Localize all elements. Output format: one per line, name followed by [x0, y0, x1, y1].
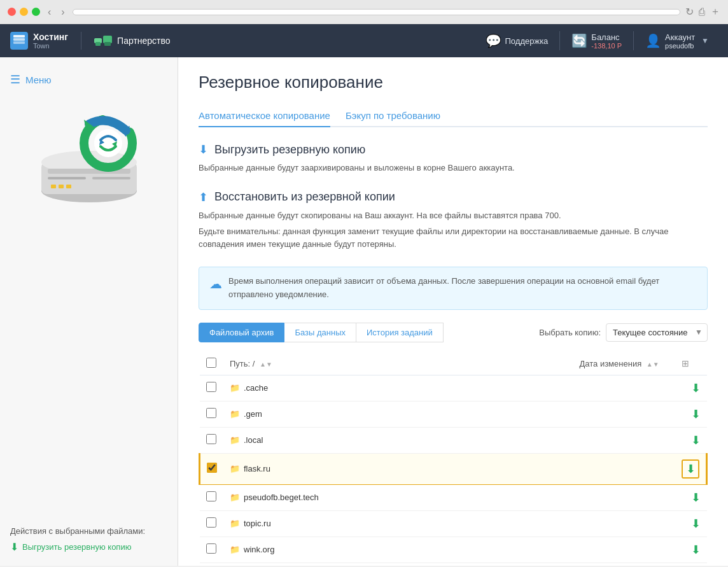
nav-separator-2 — [633, 31, 634, 50]
row-checkbox-cell — [200, 510, 224, 536]
download-btn-topic[interactable]: ⬇ — [682, 517, 701, 531]
folder-icon: 📁 — [230, 383, 240, 393]
main-layout: ☰ Меню — [0, 57, 728, 566]
new-tab-button[interactable]: ＋ — [710, 5, 720, 18]
back-button[interactable]: ‹ — [45, 6, 53, 18]
filter-tab-db[interactable]: Базы данных — [284, 323, 356, 342]
download-btn-wink[interactable]: ⬇ — [682, 543, 701, 557]
checkbox-local[interactable] — [206, 434, 216, 444]
row-download-cell: ⬇ — [675, 375, 707, 401]
upload-section-title: Выгрузить резервную копию — [214, 143, 365, 157]
forward-button[interactable]: › — [59, 6, 67, 18]
close-button[interactable] — [8, 8, 16, 16]
partner-label: Партнерство — [117, 36, 171, 46]
partner-icon — [94, 33, 112, 48]
file-name: .local — [244, 435, 263, 445]
checkbox-flask[interactable] — [207, 463, 217, 473]
restore-section-icon: ⬆ — [199, 190, 208, 204]
nav-brand[interactable]: Хостинг Town — [10, 32, 81, 50]
share-button[interactable]: ⎙ — [699, 6, 705, 18]
account-item[interactable]: 👤 Аккаунт pseudofb ▼ — [636, 29, 718, 53]
restore-section: ⬆ Восстановить из резервной копии Выбран… — [199, 190, 708, 251]
balance-value: -138,10 Р — [591, 42, 622, 50]
svg-rect-5 — [95, 42, 101, 46]
th-select-all — [200, 353, 224, 375]
maximize-button[interactable] — [32, 8, 40, 16]
brand-title: Хостинг — [33, 32, 68, 42]
row-checkbox-cell — [200, 453, 224, 484]
th-path: Путь: / ▲▼ — [223, 353, 573, 375]
tab-auto-backup[interactable]: Автоматическое копирование — [199, 105, 330, 127]
th-path-label: Путь: / — [230, 359, 255, 368]
nav-partner[interactable]: Партнерство — [81, 33, 183, 48]
row-download-cell: ⬇ — [675, 401, 707, 427]
row-name-cell: 📁.cache — [223, 375, 573, 401]
select-all-checkbox[interactable] — [206, 358, 216, 368]
table-row: 📁.gem⬇ — [200, 401, 707, 427]
filter-icon[interactable]: ⊞ — [682, 358, 689, 368]
download-btn-pseudofb[interactable]: ⬇ — [682, 491, 701, 505]
download-btn-cache[interactable]: ⬇ — [682, 381, 701, 395]
row-date-cell — [573, 510, 675, 536]
restore-section-desc1: Выбранные данные будут скопированы на Ва… — [199, 209, 708, 223]
filter-tab-files[interactable]: Файловый архив — [199, 323, 284, 342]
copy-select-wrap[interactable]: Текущее состояние ▼ — [606, 323, 708, 342]
checkbox-wink[interactable] — [206, 543, 216, 554]
browser-chrome: ‹ › ↻ ⎙ ＋ — [0, 0, 728, 24]
download-btn-gem[interactable]: ⬇ — [682, 407, 701, 421]
upload-section: ⬇ Выгрузить резервную копию Выбранные да… — [199, 143, 708, 175]
menu-button[interactable]: ☰ Меню — [10, 70, 52, 89]
file-name: .gem — [244, 409, 262, 419]
svg-rect-11 — [48, 177, 86, 179]
support-label: Поддержка — [505, 36, 549, 46]
filter-bar: Файловый архив Базы данных История задан… — [199, 323, 708, 342]
row-checkbox-cell — [200, 427, 224, 453]
balance-icon: 🔄 — [571, 33, 587, 48]
file-name: flask.ru — [244, 464, 270, 473]
top-nav: Хостинг Town Партнерство 💬 Поддержка 🔄 Б… — [0, 24, 728, 57]
address-bar[interactable] — [73, 9, 680, 15]
row-date-cell — [573, 375, 675, 401]
th-date-label: Дата изменения — [580, 359, 642, 368]
date-sort-icon[interactable]: ▲▼ — [647, 361, 659, 368]
balance-label: Баланс — [591, 32, 622, 42]
copy-select[interactable]: Текущее состояние — [606, 323, 708, 342]
reload-button[interactable]: ↻ — [685, 6, 694, 18]
path-sort-icon[interactable]: ▲▼ — [260, 361, 272, 368]
row-name-cell: 📁flask.ru — [223, 453, 573, 484]
checkbox-gem[interactable] — [206, 408, 216, 418]
file-name: topic.ru — [244, 519, 271, 528]
svg-point-19 — [94, 129, 122, 157]
svg-rect-15 — [66, 185, 71, 188]
file-table: Путь: / ▲▼ Дата изменения ▲▼ ⊞ 📁.cache⬇📁… — [199, 353, 708, 563]
table-row: 📁.cache⬇ — [200, 375, 707, 401]
support-item[interactable]: 💬 Поддержка — [477, 29, 557, 52]
tab-manual-backup[interactable]: Бэкуп по требованию — [346, 105, 440, 127]
table-row: 📁pseudofb.beget.tech⬇ — [200, 484, 707, 510]
svg-rect-0 — [13, 35, 25, 38]
folder-icon: 📁 — [230, 435, 240, 445]
checkbox-topic[interactable] — [206, 517, 216, 528]
checkbox-cache[interactable] — [206, 382, 216, 392]
checkbox-pseudofb[interactable] — [206, 491, 216, 501]
upload-section-desc: Выбранные данные будут заархивированы и … — [199, 162, 708, 175]
sidebar-download-button[interactable]: ⬇ Выгрузить резервную копию — [10, 541, 167, 553]
account-chevron-icon: ▼ — [701, 36, 709, 45]
row-download-cell: ⬇ — [675, 484, 707, 510]
th-action: ⊞ — [675, 353, 707, 375]
info-box-text: Время выполнения операций зависит от объ… — [228, 275, 697, 302]
nav-separator — [559, 31, 560, 50]
filter-tab-history[interactable]: История заданий — [356, 323, 444, 342]
row-date-cell — [573, 536, 675, 563]
download-btn-flask[interactable]: ⬇ — [682, 459, 700, 479]
balance-item[interactable]: 🔄 Баланс -138,10 Р — [563, 29, 631, 53]
row-checkbox-cell — [200, 484, 224, 510]
minimize-button[interactable] — [20, 8, 28, 16]
download-btn-local[interactable]: ⬇ — [682, 433, 701, 447]
restore-section-title: Восстановить из резервной копии — [214, 190, 395, 204]
row-checkbox-cell — [200, 375, 224, 401]
info-box: ☁ Время выполнения операций зависит от о… — [199, 267, 708, 310]
th-date: Дата изменения ▲▼ — [573, 353, 675, 375]
row-name-cell: 📁pseudofb.beget.tech — [223, 484, 573, 510]
file-table-body: 📁.cache⬇📁.gem⬇📁.local⬇📁flask.ru⬇📁pseudof… — [200, 375, 707, 563]
